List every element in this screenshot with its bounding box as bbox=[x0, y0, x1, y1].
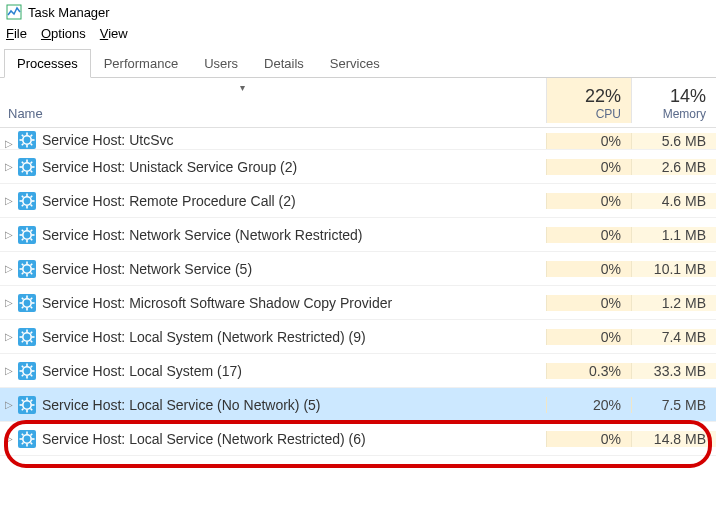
column-header-name[interactable]: Name ▾ bbox=[0, 78, 546, 123]
process-list: ▷Service Host: UtcSvc0%5.6 MB▷Service Ho… bbox=[0, 128, 716, 456]
process-cpu: 0% bbox=[546, 295, 631, 311]
process-name-cell: Service Host: UtcSvc bbox=[18, 131, 546, 149]
process-name-cell: Service Host: Local System (Network Rest… bbox=[18, 328, 546, 346]
memory-total-percent: 14% bbox=[632, 86, 706, 107]
process-name: Service Host: UtcSvc bbox=[42, 132, 173, 148]
cpu-total-percent: 22% bbox=[547, 86, 621, 107]
process-cpu: 0% bbox=[546, 261, 631, 277]
service-gear-icon bbox=[18, 226, 36, 244]
process-row[interactable]: ▷Service Host: Microsoft Software Shadow… bbox=[0, 286, 716, 320]
expand-chevron-icon[interactable]: ▷ bbox=[0, 297, 18, 308]
process-name-cell: Service Host: Microsoft Software Shadow … bbox=[18, 294, 546, 312]
service-gear-icon bbox=[18, 158, 36, 176]
process-cpu: 0.3% bbox=[546, 363, 631, 379]
expand-chevron-icon[interactable]: ▷ bbox=[0, 138, 18, 149]
process-cpu: 0% bbox=[546, 193, 631, 209]
tab-users[interactable]: Users bbox=[191, 49, 251, 77]
process-name-cell: Service Host: Local Service (Network Res… bbox=[18, 430, 546, 448]
process-name: Service Host: Microsoft Software Shadow … bbox=[42, 295, 392, 311]
expand-chevron-icon[interactable]: ▷ bbox=[0, 161, 18, 172]
tab-processes[interactable]: Processes bbox=[4, 49, 91, 78]
process-name: Service Host: Unistack Service Group (2) bbox=[42, 159, 297, 175]
process-name: Service Host: Network Service (5) bbox=[42, 261, 252, 277]
process-memory: 7.5 MB bbox=[631, 397, 716, 413]
process-row[interactable]: ▷Service Host: Remote Procedure Call (2)… bbox=[0, 184, 716, 218]
column-header-name-label: Name bbox=[8, 106, 43, 121]
process-name: Service Host: Network Service (Network R… bbox=[42, 227, 363, 243]
process-row[interactable]: ▷Service Host: Local System (17)0.3%33.3… bbox=[0, 354, 716, 388]
tab-details[interactable]: Details bbox=[251, 49, 317, 77]
process-cpu: 0% bbox=[546, 227, 631, 243]
svg-rect-0 bbox=[7, 5, 21, 19]
process-memory: 2.6 MB bbox=[631, 159, 716, 175]
service-gear-icon bbox=[18, 192, 36, 210]
memory-label: Memory bbox=[632, 107, 706, 121]
expand-chevron-icon[interactable]: ▷ bbox=[0, 229, 18, 240]
title-bar: Task Manager bbox=[0, 0, 716, 24]
expand-chevron-icon[interactable]: ▷ bbox=[0, 331, 18, 342]
menu-options[interactable]: Options bbox=[41, 26, 86, 41]
column-header-row: Name ▾ 22% CPU 14% Memory bbox=[0, 78, 716, 128]
process-row[interactable]: ▷Service Host: Local System (Network Res… bbox=[0, 320, 716, 354]
process-cpu: 0% bbox=[546, 431, 631, 447]
process-row[interactable]: ▷Service Host: Local Service (No Network… bbox=[0, 388, 716, 422]
tab-bar: Processes Performance Users Details Serv… bbox=[0, 49, 716, 78]
expand-chevron-icon[interactable]: ▷ bbox=[0, 399, 18, 410]
process-memory: 1.2 MB bbox=[631, 295, 716, 311]
process-cpu: 0% bbox=[546, 159, 631, 175]
process-name: Service Host: Remote Procedure Call (2) bbox=[42, 193, 296, 209]
process-name-cell: Service Host: Local System (17) bbox=[18, 362, 546, 380]
column-header-memory[interactable]: 14% Memory bbox=[631, 78, 716, 123]
process-cpu: 20% bbox=[546, 397, 631, 413]
tab-services[interactable]: Services bbox=[317, 49, 393, 77]
menu-file[interactable]: File bbox=[6, 26, 27, 41]
expand-chevron-icon[interactable]: ▷ bbox=[0, 195, 18, 206]
process-name-cell: Service Host: Unistack Service Group (2) bbox=[18, 158, 546, 176]
menu-view[interactable]: View bbox=[100, 26, 128, 41]
process-memory: 4.6 MB bbox=[631, 193, 716, 209]
process-memory: 7.4 MB bbox=[631, 329, 716, 345]
service-gear-icon bbox=[18, 294, 36, 312]
expand-chevron-icon[interactable]: ▷ bbox=[0, 365, 18, 376]
process-row[interactable]: ▷Service Host: Unistack Service Group (2… bbox=[0, 150, 716, 184]
service-gear-icon bbox=[18, 362, 36, 380]
window-title: Task Manager bbox=[28, 5, 110, 20]
service-gear-icon bbox=[18, 396, 36, 414]
service-gear-icon bbox=[18, 260, 36, 278]
expand-chevron-icon[interactable]: ▷ bbox=[0, 433, 18, 444]
menu-bar: File Options View bbox=[0, 24, 716, 43]
column-header-cpu[interactable]: 22% CPU bbox=[546, 78, 631, 123]
process-row[interactable]: ▷Service Host: Network Service (5)0%10.1… bbox=[0, 252, 716, 286]
task-manager-icon bbox=[6, 4, 22, 20]
process-name-cell: Service Host: Network Service (Network R… bbox=[18, 226, 546, 244]
process-name-cell: Service Host: Local Service (No Network)… bbox=[18, 396, 546, 414]
process-name-cell: Service Host: Network Service (5) bbox=[18, 260, 546, 278]
process-row[interactable]: ▷Service Host: Local Service (Network Re… bbox=[0, 422, 716, 456]
sort-indicator-icon: ▾ bbox=[240, 82, 245, 93]
service-gear-icon bbox=[18, 131, 36, 149]
process-memory: 33.3 MB bbox=[631, 363, 716, 379]
service-gear-icon bbox=[18, 328, 36, 346]
process-name-cell: Service Host: Remote Procedure Call (2) bbox=[18, 192, 546, 210]
process-row[interactable]: ▷Service Host: Network Service (Network … bbox=[0, 218, 716, 252]
process-name: Service Host: Local Service (Network Res… bbox=[42, 431, 366, 447]
expand-chevron-icon[interactable]: ▷ bbox=[0, 263, 18, 274]
process-name: Service Host: Local Service (No Network)… bbox=[42, 397, 321, 413]
process-memory: 1.1 MB bbox=[631, 227, 716, 243]
process-cpu: 0% bbox=[546, 133, 631, 149]
process-memory: 5.6 MB bbox=[631, 133, 716, 149]
process-row[interactable]: ▷Service Host: UtcSvc0%5.6 MB bbox=[0, 128, 716, 150]
process-memory: 14.8 MB bbox=[631, 431, 716, 447]
tab-performance[interactable]: Performance bbox=[91, 49, 191, 77]
process-memory: 10.1 MB bbox=[631, 261, 716, 277]
service-gear-icon bbox=[18, 430, 36, 448]
process-name: Service Host: Local System (Network Rest… bbox=[42, 329, 366, 345]
process-cpu: 0% bbox=[546, 329, 631, 345]
process-name: Service Host: Local System (17) bbox=[42, 363, 242, 379]
cpu-label: CPU bbox=[547, 107, 621, 121]
